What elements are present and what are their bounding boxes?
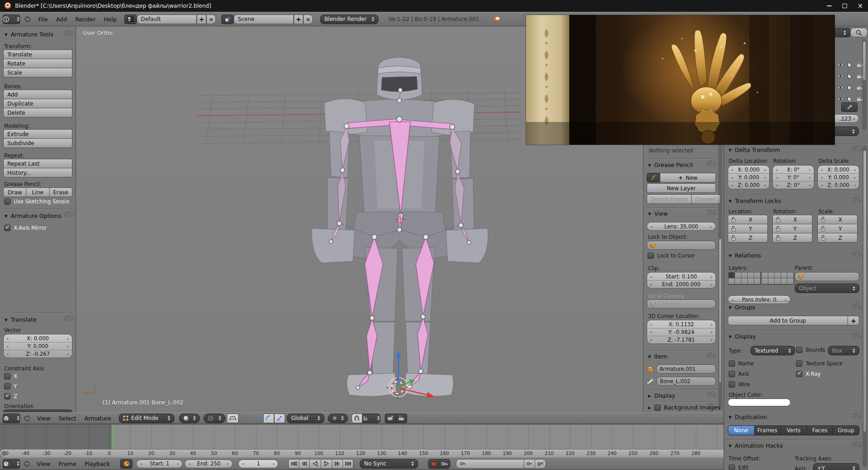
panel-header-armature-tools[interactable]: ▼ Armature Tools (5, 31, 53, 38)
add-scene-button[interactable]: + (294, 15, 303, 24)
delta-scale-x-field[interactable]: X: 0.000 (818, 166, 859, 173)
panel-header-view[interactable]: ▼ View (648, 210, 668, 217)
extrude-button[interactable]: Extrude (3, 129, 72, 139)
delete-frame-button[interactable]: Delete Frame (647, 194, 692, 204)
name-checkbox[interactable] (729, 360, 735, 367)
layer-toggle[interactable] (781, 278, 787, 284)
panel-grip[interactable] (707, 391, 716, 397)
rotate-manipulator-button[interactable] (263, 414, 274, 423)
lock-y-toggle[interactable]: Y (728, 224, 768, 233)
grease-line-button[interactable]: Line (26, 187, 49, 197)
add-layout-button[interactable]: + (197, 15, 206, 24)
opengl-render-still-button[interactable] (385, 414, 396, 423)
bone-name-field[interactable]: Bone_L.002 (657, 377, 716, 386)
cursor-y-field[interactable]: Y: -0.9824 (647, 328, 715, 336)
screen-layout-icon-button[interactable] (124, 15, 137, 24)
minimize-button[interactable] (822, 0, 837, 12)
lock-z-toggle[interactable]: Z (728, 233, 768, 243)
panel-grip[interactable] (853, 413, 862, 419)
panel-grip[interactable] (853, 441, 862, 447)
use-preview-range-button[interactable] (120, 459, 133, 469)
layer-toggle[interactable] (754, 278, 761, 284)
panel-grip[interactable] (853, 332, 862, 338)
delta-loc-z-field[interactable]: Z: 0.000 (728, 181, 769, 189)
panel-header-display[interactable]: ▼ Display (729, 333, 756, 340)
duplication-mode-verts[interactable]: Verts (780, 425, 807, 435)
panel-grip[interactable] (707, 403, 716, 409)
panel-grip[interactable] (707, 161, 716, 167)
panel-grip[interactable] (64, 315, 73, 321)
duplication-mode-none[interactable]: None (728, 425, 755, 435)
panel-header-grease-pencil[interactable]: ▼ Grease Pencil (648, 162, 693, 168)
layer-toggle[interactable] (735, 278, 741, 284)
menu-playback[interactable]: Playback (81, 460, 114, 467)
duplication-mode-frames[interactable]: Frames (754, 425, 781, 435)
timeline-ruler[interactable]: -50-40-30-20-100102030405060708090100110… (0, 449, 724, 457)
layer-toggle[interactable] (761, 278, 768, 284)
sketch-session-checkbox[interactable] (4, 198, 10, 205)
parent-type-dropdown[interactable]: Object (795, 283, 859, 293)
grease-draw-button[interactable]: Draw (3, 187, 26, 197)
layer-toggle[interactable] (787, 278, 794, 284)
selectable-cursor-toggle[interactable] (848, 62, 853, 68)
xaxis-mirror-checkbox[interactable] (4, 225, 10, 231)
panel-header-armature-options[interactable]: ▼ Armature Options (5, 212, 61, 219)
lens-field[interactable]: Lens: 35.000 (647, 222, 716, 231)
layer-toggle[interactable] (747, 278, 754, 284)
outliner-scrollbar[interactable] (862, 39, 867, 130)
menu-armature[interactable]: Armature (80, 415, 115, 422)
scene-icon-button[interactable] (221, 15, 234, 24)
layer-toggle[interactable] (768, 272, 775, 278)
duplicate-bone-button[interactable]: Duplicate (3, 99, 72, 108)
orientation-dropdown[interactable]: Global (287, 414, 324, 423)
jump-to-start-button[interactable] (288, 459, 299, 469)
panel-header-duplication[interactable]: ▼ Duplication (729, 414, 767, 420)
add-bone-button[interactable]: Add (3, 90, 72, 99)
delta-scale-z-field[interactable]: Z: 0.000 (818, 181, 859, 189)
tracking-axis-dropdown[interactable]: +Y (813, 463, 859, 470)
translate-x-field[interactable]: X: 0.000 (4, 334, 72, 342)
layer-toggle[interactable] (768, 278, 775, 284)
draw-type-dropdown[interactable]: Textured (751, 346, 795, 355)
lock-y-toggle[interactable]: Y (817, 224, 858, 233)
panel-header-item[interactable]: ▼ Item (648, 353, 667, 360)
collapse-menus-icon[interactable] (24, 461, 30, 467)
clip-end-field[interactable]: End: 1000.000 (647, 280, 715, 288)
panel-grip[interactable] (64, 30, 73, 36)
shading-dropdown[interactable] (179, 414, 200, 423)
translate-z-field[interactable]: Z: -0.267 (4, 350, 72, 358)
duplication-mode-faces[interactable]: Faces (807, 425, 833, 435)
snap-toggle-button[interactable] (352, 414, 363, 423)
scrollbar-thumb[interactable] (719, 238, 722, 383)
translate-y-field[interactable]: Y: 0.000 (4, 342, 72, 350)
layer-toggle[interactable] (728, 278, 735, 284)
panel-header-translate[interactable]: ▼ Translate (5, 316, 36, 323)
local-camera-field[interactable]: Camera (647, 299, 716, 308)
delete-bone-button[interactable]: Delete (3, 108, 72, 117)
bounds-checkbox[interactable] (796, 347, 802, 353)
layer-toggle[interactable] (787, 272, 794, 278)
editor-type-button[interactable] (3, 459, 20, 469)
layer-toggle[interactable] (728, 272, 735, 278)
new-layer-button[interactable]: New Layer (647, 183, 716, 193)
panel-header-transform-locks[interactable]: ▼ Transform Locks (729, 197, 781, 204)
panel-grip[interactable] (853, 303, 862, 309)
visibility-eye-toggle[interactable] (837, 74, 844, 79)
layer-toggle[interactable] (774, 272, 781, 278)
collapse-menus-icon[interactable] (24, 415, 30, 421)
insert-keyframe-button[interactable] (524, 459, 535, 469)
history-button[interactable]: History... (3, 168, 72, 177)
pass-index-field[interactable]: Pass Index: 0 (728, 295, 791, 304)
mode-dropdown[interactable]: Edit Mode (119, 414, 174, 423)
wire-checkbox[interactable] (729, 381, 735, 388)
lock-z-toggle[interactable]: Z (772, 233, 812, 243)
panel-header-animation-hacks[interactable]: ▼ Animation Hacks (729, 442, 783, 449)
translate-button[interactable]: Translate (3, 50, 72, 59)
translate-manipulator-button[interactable] (252, 414, 263, 423)
cursor-x-field[interactable]: X: 0.1132 (647, 320, 715, 328)
menu-view[interactable]: View (33, 415, 55, 422)
grease-erase-button[interactable]: Erase (49, 187, 73, 197)
lock-x-toggle[interactable]: X (728, 215, 768, 224)
panel-grip[interactable] (853, 146, 862, 152)
sync-dropdown[interactable]: No Sync (360, 459, 418, 469)
